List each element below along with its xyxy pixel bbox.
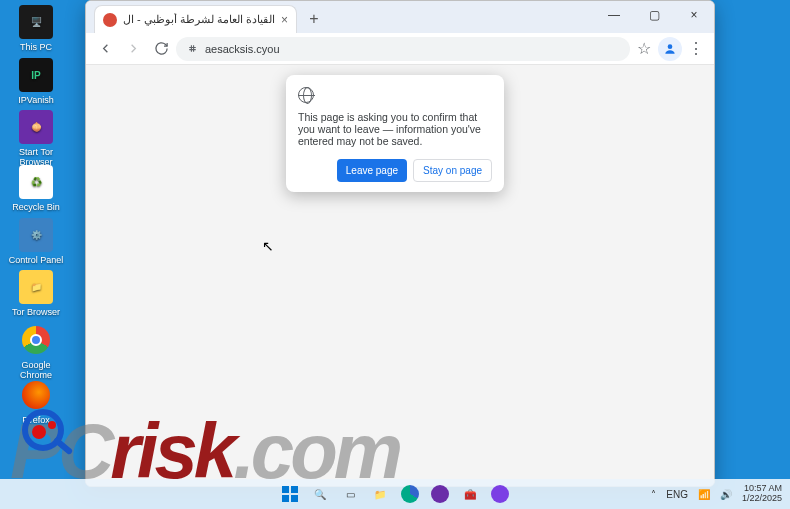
icon-label: Firefox [22,415,50,425]
url-text: aesacksis.cyou [205,43,280,55]
page-viewport: This page is asking you to confirm that … [86,65,714,486]
chrome-icon [19,323,53,357]
system-tray[interactable]: ˄ ENG 📶 🔊 10:57 AM 1/22/2025 [651,484,782,504]
tab-title: القيادة العامة لشرطة أبوظبي - ال [123,13,275,26]
taskbar-tor-icon[interactable] [430,484,450,504]
browser-toolbar: aesacksis.cyou ☆ ⋮ [86,33,714,65]
taskbar-clock[interactable]: 10:57 AM 1/22/2025 [742,484,782,504]
volume-icon[interactable]: 🔊 [720,489,732,500]
profile-avatar[interactable] [658,37,682,61]
browser-tab[interactable]: القيادة العامة لشرطة أبوظبي - ال × [94,5,297,33]
tab-favicon [103,13,117,27]
taskbar-app-icon[interactable] [490,484,510,504]
icon-label: Tor Browser [12,307,60,317]
edge-icon[interactable] [400,484,420,504]
desktop-icon-tor-browser[interactable]: 📁Tor Browser [6,270,66,317]
icon-label: Start Tor Browser [6,147,66,167]
svg-rect-3 [282,495,289,502]
task-view-icon[interactable]: ▭ [340,484,360,504]
desktop-icon-firefox[interactable]: Firefox [6,378,66,425]
monitor-icon: 🖥️ [19,5,53,39]
window-maximize-button[interactable]: ▢ [634,1,674,29]
svg-rect-2 [291,486,298,493]
network-icon[interactable]: 📶 [698,489,710,500]
store-icon[interactable]: 🧰 [460,484,480,504]
svg-point-0 [668,44,673,49]
desktop-icon-ipvanish[interactable]: IPIPVanish [6,58,66,105]
address-bar[interactable]: aesacksis.cyou [176,37,630,61]
mouse-cursor-icon: ↖ [262,238,274,254]
leave-page-button[interactable]: Leave page [337,159,407,182]
control-panel-icon: ⚙️ [19,218,53,252]
desktop-icon-recycle-bin[interactable]: ♻️Recycle Bin [6,165,66,212]
bookmark-star-icon[interactable]: ☆ [632,37,656,61]
window-close-button[interactable]: × [674,1,714,29]
reload-button[interactable] [148,36,174,62]
new-tab-button[interactable]: + [303,8,325,30]
icon-label: Control Panel [9,255,64,265]
browser-window: القيادة العامة لشرطة أبوظبي - ال × + — ▢… [85,0,715,487]
taskbar-center: 🔍 ▭ 📁 🧰 [280,484,510,504]
close-tab-icon[interactable]: × [281,13,288,27]
title-bar: القيادة العامة لشرطة أبوظبي - ال × + — ▢… [86,1,714,33]
site-info-icon[interactable] [186,42,199,55]
leave-page-dialog: This page is asking you to confirm that … [286,75,504,192]
start-button[interactable] [280,484,300,504]
tray-chevron-icon[interactable]: ˄ [651,489,656,500]
window-minimize-button[interactable]: — [594,1,634,29]
desktop-icon-this-pc[interactable]: 🖥️This PC [6,5,66,52]
tor-icon: 🧅 [19,110,53,144]
explorer-icon[interactable]: 📁 [370,484,390,504]
folder-icon: 📁 [19,270,53,304]
forward-button[interactable] [120,36,146,62]
ipvanish-icon: IP [19,58,53,92]
back-button[interactable] [92,36,118,62]
svg-rect-4 [291,495,298,502]
desktop-icon-control-panel[interactable]: ⚙️Control Panel [6,218,66,265]
icon-label: IPVanish [18,95,53,105]
stay-on-page-button[interactable]: Stay on page [413,159,492,182]
icon-label: This PC [20,42,52,52]
globe-icon [298,87,314,103]
icon-label: Recycle Bin [12,202,60,212]
icon-label: Google Chrome [6,360,66,380]
recycle-icon: ♻️ [19,165,53,199]
desktop-icon-chrome[interactable]: Google Chrome [6,323,66,380]
browser-menu-icon[interactable]: ⋮ [684,37,708,61]
dialog-message: This page is asking you to confirm that … [298,111,492,147]
svg-rect-1 [282,486,289,493]
clock-date: 1/22/2025 [742,494,782,504]
firefox-icon [19,378,53,412]
language-indicator[interactable]: ENG [666,489,688,500]
taskbar[interactable]: 🔍 ▭ 📁 🧰 ˄ ENG 📶 🔊 10:57 AM 1/22/2025 [0,479,790,509]
desktop-icon-start-tor[interactable]: 🧅Start Tor Browser [6,110,66,167]
search-icon[interactable]: 🔍 [310,484,330,504]
